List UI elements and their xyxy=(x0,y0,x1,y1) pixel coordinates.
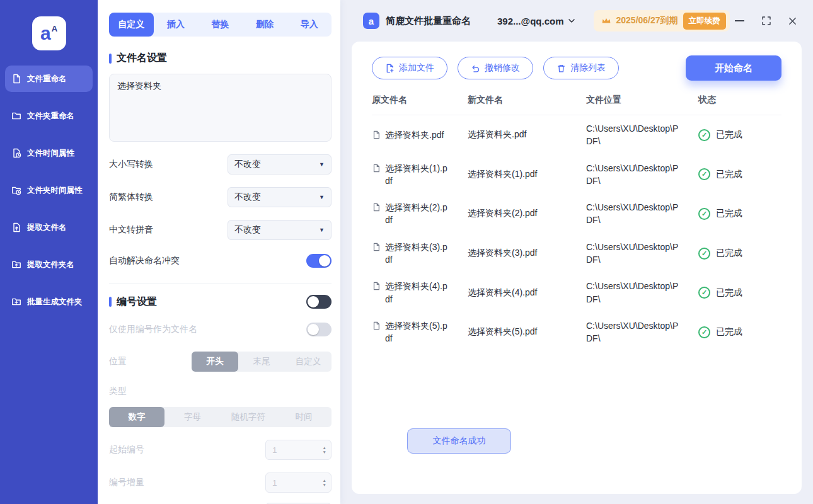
file-icon xyxy=(372,321,381,331)
filename-input[interactable]: 选择资料夹 xyxy=(109,74,332,142)
position-row: 位置 开头 末尾 自定义 xyxy=(109,352,332,372)
file-location: C:\Users\XU\Desktop\PDF\ xyxy=(586,319,682,345)
file-location: C:\Users\XU\Desktop\PDF\ xyxy=(586,241,682,266)
clear-list-button[interactable]: 清除列表 xyxy=(543,57,619,79)
number-value: 1 xyxy=(272,445,277,455)
spinner-up-icon[interactable]: ▲ xyxy=(323,445,326,450)
table-row[interactable]: 选择资料夹(1).pdf 选择资料夹(1).pdf C:\Users\XU\De… xyxy=(372,155,781,195)
tab-insert[interactable]: 插入 xyxy=(154,13,199,37)
sidebar-item-extract-file[interactable]: 提取文件名 xyxy=(5,214,93,241)
table-row[interactable]: 选择资料夹(2).pdf 选择资料夹(2).pdf C:\Users\XU\De… xyxy=(372,194,781,234)
tab-delete[interactable]: 删除 xyxy=(243,13,287,37)
sidebar-item-extract-folder[interactable]: 提取文件夹名 xyxy=(5,251,93,278)
chevron-down-icon xyxy=(568,19,575,23)
status-cell: ✓ 已完成 xyxy=(698,287,781,299)
numbering-toggle[interactable] xyxy=(306,295,332,309)
file-time-icon xyxy=(11,148,21,158)
status-cell: ✓ 已完成 xyxy=(698,208,781,220)
position-option-custom[interactable]: 自定义 xyxy=(285,352,332,372)
sidebar-item-label: 文件夹重命名 xyxy=(27,111,74,122)
new-name: 选择资料夹(1).pdf xyxy=(468,169,586,180)
minimize-button[interactable] xyxy=(735,20,744,21)
add-files-button[interactable]: 添加文件 xyxy=(372,57,447,79)
sidebar-item-file-rename[interactable]: 文件重命名 xyxy=(5,66,93,92)
sidebar-item-batch-folder[interactable]: 批量生成文件夹 xyxy=(5,289,93,315)
auto-resolve-toggle[interactable] xyxy=(306,254,332,268)
table-row[interactable]: 选择资料夹(5).pdf 选择资料夹(5).pdf C:\Users\XU\De… xyxy=(372,312,781,352)
start-number-row: 起始编号 1 ▲▼ xyxy=(109,440,332,460)
sidebar-item-label: 文件夹时间属性 xyxy=(27,185,83,196)
renew-button[interactable]: 立即续费 xyxy=(683,13,726,30)
case-convert-row: 大小写转换 不改变 ▼ xyxy=(109,154,332,175)
close-button[interactable] xyxy=(788,17,797,25)
increment-row: 编号增量 1 ▲▼ xyxy=(109,472,332,493)
sidebar-item-file-time[interactable]: 文件时间属性 xyxy=(5,140,93,166)
spinner-up-icon[interactable]: ▲ xyxy=(323,478,326,483)
status-text: 已完成 xyxy=(716,129,742,140)
table-row[interactable]: 选择资料夹.pdf 选择资料夹.pdf C:\Users\XU\Desktop\… xyxy=(372,115,781,155)
table-row[interactable]: 选择资料夹(4).pdf 选择资料夹(4).pdf C:\Users\XU\De… xyxy=(372,273,781,312)
case-convert-select[interactable]: 不改变 ▼ xyxy=(228,154,332,175)
field-label: 中文转拼音 xyxy=(109,224,153,236)
new-name: 选择资料夹(4).pdf xyxy=(468,287,586,299)
only-number-toggle[interactable] xyxy=(306,323,332,336)
account-dropdown[interactable]: 392...@qq.com xyxy=(497,16,575,26)
column-header-original: 原文件名 xyxy=(372,94,468,106)
pinyin-convert-select[interactable]: 不改变 ▼ xyxy=(228,220,332,240)
sidebar-item-folder-time[interactable]: 文件夹时间属性 xyxy=(5,177,93,203)
spinner-down-icon[interactable]: ▼ xyxy=(323,483,326,487)
type-segmented: 数字 字母 随机字符 时间 xyxy=(109,407,332,427)
account-email: 392...@qq.com xyxy=(497,16,564,26)
sidebar-item-label: 提取文件名 xyxy=(27,222,67,233)
status-cell: ✓ 已完成 xyxy=(698,248,781,260)
position-option-start[interactable]: 开头 xyxy=(192,352,238,372)
start-rename-button[interactable]: 开始命名 xyxy=(686,55,781,81)
type-option-time[interactable]: 时间 xyxy=(276,407,332,427)
spinner-down-icon[interactable]: ▼ xyxy=(323,450,326,454)
type-option-number[interactable]: 数字 xyxy=(109,407,164,427)
tab-replace[interactable]: 替换 xyxy=(198,13,243,37)
window-controls xyxy=(735,16,797,25)
original-name: 选择资料夹(3).pdf xyxy=(385,241,451,266)
rename-success-toast: 文件命名成功 xyxy=(407,428,511,454)
new-name: 选择资料夹(5).pdf xyxy=(468,326,586,338)
app-window: a A 文件重命名 文件夹重命名 文件时间属性 文件夹时间属性 提取文件 xyxy=(0,0,813,504)
status-text: 已完成 xyxy=(716,169,742,180)
select-value: 不改变 xyxy=(234,192,261,203)
section-accent-bar xyxy=(109,54,112,64)
app-mini-logo: a xyxy=(363,13,379,29)
type-option-letter[interactable]: 字母 xyxy=(164,407,220,427)
field-label: 起始编号 xyxy=(109,444,144,455)
button-label: 添加文件 xyxy=(399,62,434,74)
field-label: 大小写转换 xyxy=(109,159,153,170)
undo-changes-button[interactable]: 撤销修改 xyxy=(458,57,533,79)
spinner-buttons[interactable]: ▲▼ xyxy=(323,478,326,487)
field-label: 自动解决命名冲突 xyxy=(109,255,180,266)
type-label-row: 类型 xyxy=(109,386,332,397)
check-circle-icon: ✓ xyxy=(698,248,710,260)
type-option-random[interactable]: 随机字符 xyxy=(221,407,276,427)
new-name: 选择资料夹(2).pdf xyxy=(468,208,586,219)
folder-time-icon xyxy=(11,185,21,195)
start-number-input[interactable]: 1 ▲▼ xyxy=(265,440,332,460)
sidebar-item-folder-rename[interactable]: 文件夹重命名 xyxy=(5,103,93,129)
section-title-text: 文件名设置 xyxy=(117,52,167,65)
tab-import[interactable]: 导入 xyxy=(287,13,332,37)
table-row[interactable]: 选择资料夹(3).pdf 选择资料夹(3).pdf C:\Users\XU\De… xyxy=(372,234,781,273)
original-name-cell: 选择资料夹(3).pdf xyxy=(372,241,468,266)
folder-rename-icon xyxy=(11,111,21,121)
field-label: 仅使用编号作为文件名 xyxy=(109,324,197,335)
position-option-end[interactable]: 末尾 xyxy=(238,352,285,372)
new-name: 选择资料夹.pdf xyxy=(468,129,586,140)
maximize-button[interactable] xyxy=(762,16,771,25)
spinner-buttons[interactable]: ▲▼ xyxy=(323,445,326,454)
toolbar: 添加文件 撤销修改 清除列表 开始命名 xyxy=(372,55,781,81)
number-value: 1 xyxy=(272,478,277,488)
toggle-knob xyxy=(319,255,330,266)
sidebar-item-label: 文件时间属性 xyxy=(27,148,74,159)
increment-input[interactable]: 1 ▲▼ xyxy=(265,472,332,493)
traditional-convert-select[interactable]: 不改变 ▼ xyxy=(228,187,332,207)
tab-custom[interactable]: 自定义 xyxy=(109,13,154,37)
original-name: 选择资料夹.pdf xyxy=(385,129,444,141)
new-name: 选择资料夹(3).pdf xyxy=(468,248,586,259)
